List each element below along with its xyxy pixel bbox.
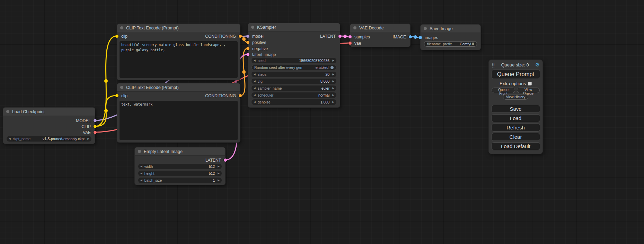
- input-port-negative[interactable]: [246, 47, 249, 50]
- input-port-positive[interactable]: [246, 41, 249, 44]
- prev-arrow-icon[interactable]: ◀: [138, 178, 144, 183]
- node-load-checkpoint[interactable]: Load Checkpoint MODEL CLIP VAE ◀ ckpt_na…: [3, 107, 95, 144]
- next-arrow-icon[interactable]: ▶: [330, 58, 336, 63]
- widget-sampler-name[interactable]: ◀ sampler_name euler ▶: [252, 85, 336, 91]
- input-port-model[interactable]: [246, 35, 249, 38]
- input-port-vae[interactable]: [349, 42, 352, 45]
- input-label-clip: clip: [121, 93, 127, 98]
- node-vae-decode[interactable]: VAE Decode samples vae IMAGE: [350, 24, 411, 47]
- prev-arrow-icon[interactable]: ◀: [138, 164, 144, 169]
- widget-value: 512: [209, 171, 216, 175]
- prev-arrow-icon[interactable]: ◀: [252, 99, 258, 105]
- next-arrow-icon[interactable]: ▶: [330, 72, 336, 77]
- node-title-bar[interactable]: CLIP Text Encode (Prompt): [117, 24, 240, 32]
- collapse-dot[interactable]: [138, 150, 141, 153]
- node-title-bar[interactable]: Empty Latent Image: [135, 147, 225, 156]
- node-clip-text-encode-negative[interactable]: CLIP Text Encode (Prompt) clip CONDITION…: [117, 83, 240, 143]
- node-ksampler[interactable]: KSampler model positive negative latent_…: [248, 23, 340, 108]
- output-label-conditioning: CONDITIONING: [205, 93, 236, 98]
- load-default-button[interactable]: Load Default: [492, 142, 540, 150]
- widget-value: 8.000: [320, 79, 330, 83]
- widget-ckpt-name[interactable]: ◀ ckpt_name v1-5-pruned-emaonly.ckpt ▶: [7, 136, 91, 142]
- output-port-latent[interactable]: [224, 159, 227, 162]
- queue-front-button[interactable]: Queue Front: [492, 88, 515, 93]
- refresh-button[interactable]: Refresh: [492, 124, 540, 132]
- output-port-model[interactable]: [94, 119, 97, 122]
- next-arrow-icon[interactable]: ▶: [215, 178, 222, 183]
- widget-label: width: [144, 164, 153, 169]
- output-port-conditioning[interactable]: [239, 35, 242, 38]
- node-save-image[interactable]: Save Image images filename_prefix ComfyU…: [420, 24, 481, 50]
- widget-denoise[interactable]: ◀ denoise 1.000 ▶: [252, 99, 336, 105]
- widget-width[interactable]: ◀ width 512 ▶: [138, 164, 222, 169]
- widget-label: filename_prefix: [427, 42, 452, 46]
- widget-label: cfg: [258, 79, 263, 83]
- output-label-clip: CLIP: [81, 124, 91, 129]
- widget-steps[interactable]: ◀ steps 20 ▶: [252, 72, 336, 77]
- clear-button[interactable]: Clear: [492, 133, 540, 141]
- prev-arrow-icon[interactable]: ◀: [252, 58, 258, 63]
- prev-arrow-icon[interactable]: ◀: [7, 136, 13, 142]
- view-queue-button[interactable]: View Queue: [517, 88, 540, 93]
- node-empty-latent-image[interactable]: Empty Latent Image LATENT ◀ width 512 ▶ …: [134, 147, 226, 185]
- node-title-bar[interactable]: Load Checkpoint: [3, 108, 95, 116]
- toggle-dot[interactable]: [330, 66, 334, 69]
- output-port-conditioning[interactable]: [239, 94, 242, 97]
- next-arrow-icon[interactable]: ▶: [215, 164, 222, 169]
- node-title-bar[interactable]: Save Image: [421, 25, 480, 33]
- widget-cfg[interactable]: ◀ cfg 8.000 ▶: [252, 79, 336, 84]
- collapse-dot[interactable]: [424, 27, 427, 30]
- output-port-latent[interactable]: [338, 35, 342, 38]
- next-arrow-icon[interactable]: ▶: [85, 136, 91, 142]
- widget-scheduler[interactable]: ◀ scheduler normal ▶: [252, 92, 336, 98]
- next-arrow-icon[interactable]: ▶: [330, 92, 336, 98]
- save-button[interactable]: Save: [492, 105, 540, 113]
- prev-arrow-icon[interactable]: ◀: [252, 72, 258, 77]
- widget-label: scheduler: [258, 93, 274, 97]
- input-port-samples[interactable]: [349, 35, 352, 38]
- collapse-dot[interactable]: [251, 26, 254, 29]
- load-button[interactable]: Load: [492, 114, 540, 122]
- output-port-vae[interactable]: [94, 131, 97, 134]
- widget-random-seed-toggle[interactable]: Random seed after every gen enabled: [252, 65, 336, 70]
- node-title: CLIP Text Encode (Prompt): [126, 26, 179, 30]
- queue-size-label: Queue size: 0: [501, 62, 529, 67]
- next-arrow-icon[interactable]: ▶: [215, 171, 222, 176]
- widget-seed[interactable]: ◀ seed 156680208700286 ▶: [252, 58, 336, 63]
- input-port-clip[interactable]: [115, 94, 118, 97]
- node-graph-canvas[interactable]: Load Checkpoint MODEL CLIP VAE ◀ ckpt_na…: [0, 0, 644, 244]
- input-port-images[interactable]: [419, 36, 422, 39]
- settings-gear-icon[interactable]: ⚙: [535, 62, 540, 68]
- widget-batch-size[interactable]: ◀ batch_size 1 ▶: [138, 178, 222, 183]
- next-arrow-icon[interactable]: ▶: [330, 99, 336, 105]
- next-arrow-icon[interactable]: ▶: [330, 79, 336, 84]
- prompt-textarea[interactable]: beautiful scenery nature glass bottle la…: [120, 41, 238, 78]
- node-title-bar[interactable]: VAE Decode: [350, 24, 410, 32]
- prev-arrow-icon[interactable]: ◀: [138, 171, 144, 176]
- widget-filename-prefix[interactable]: filename_prefix ComfyUI: [424, 41, 477, 47]
- widget-height[interactable]: ◀ height 512 ▶: [138, 171, 222, 176]
- output-port-image[interactable]: [409, 35, 412, 38]
- prompt-textarea[interactable]: text, watermark: [120, 101, 238, 140]
- collapse-dot[interactable]: [120, 86, 123, 89]
- collapse-dot[interactable]: [120, 26, 123, 29]
- extra-options-checkbox[interactable]: [528, 82, 532, 85]
- prev-arrow-icon[interactable]: ◀: [252, 92, 258, 98]
- collapse-dot[interactable]: [353, 26, 356, 29]
- widget-label: sampler_name: [258, 86, 282, 90]
- prev-arrow-icon[interactable]: ◀: [252, 79, 258, 84]
- view-history-button[interactable]: View History: [503, 94, 528, 100]
- next-arrow-icon[interactable]: ▶: [330, 85, 336, 91]
- output-port-clip[interactable]: [94, 125, 97, 128]
- node-title-bar[interactable]: KSampler: [248, 23, 340, 31]
- collapse-dot[interactable]: [6, 110, 9, 113]
- drag-handle-icon[interactable]: ⣿: [492, 62, 495, 67]
- node-title-bar[interactable]: CLIP Text Encode (Prompt): [117, 83, 240, 92]
- input-port-clip[interactable]: [115, 35, 118, 38]
- input-port-latent-image[interactable]: [246, 53, 249, 56]
- queue-prompt-button[interactable]: Queue Prompt: [492, 70, 540, 79]
- node-clip-text-encode-positive[interactable]: CLIP Text Encode (Prompt) clip CONDITION…: [117, 24, 240, 80]
- prev-arrow-icon[interactable]: ◀: [252, 85, 258, 91]
- input-label-negative: negative: [252, 46, 268, 51]
- link-midpoint-dot: [242, 37, 246, 41]
